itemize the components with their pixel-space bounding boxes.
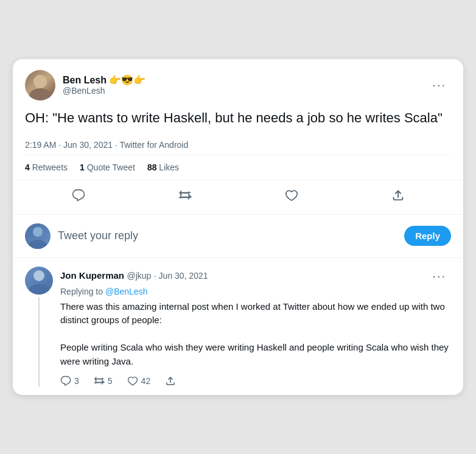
share-action-button[interactable]	[387, 184, 410, 207]
tweet-author-emojis: 👉😎👉	[109, 75, 145, 85]
reply-author-handle: @jkup	[127, 271, 151, 281]
reply-tweet-content: Jon Kuperman @jkup · Jun 30, 2021 ··· Re…	[60, 267, 451, 387]
reply-like-button[interactable]: 42	[127, 375, 151, 386]
reply-share-button[interactable]	[165, 375, 176, 386]
quote-tweet-stat: 1 Quote Tweet	[80, 162, 135, 172]
reply-retweet-button[interactable]: 5	[94, 375, 113, 386]
reply-tweet-header: Jon Kuperman @jkup · Jun 30, 2021 ···	[60, 267, 451, 285]
reply-date: · Jun 30, 2021	[154, 271, 208, 281]
reply-icon	[72, 189, 85, 202]
reply-reply-button[interactable]: 3	[60, 375, 79, 386]
reply-more-options-button[interactable]: ···	[427, 267, 451, 285]
replying-to-link[interactable]: @BenLesh	[105, 287, 147, 296]
reply-tweet-body: There was this amazing internal post whe…	[60, 300, 451, 369]
tweet-author-handle: @BenLesh	[63, 86, 427, 96]
reply-retweet-count: 5	[108, 376, 113, 386]
reply-tweet-left	[25, 267, 53, 387]
tweet-body: OH: "He wants to write Haskell, but he n…	[13, 107, 463, 135]
reply-input[interactable]: Tweet your reply	[58, 229, 397, 242]
retweet-action-button[interactable]	[173, 184, 197, 207]
retweet-stat: 4 Retweets	[25, 162, 68, 172]
reply-tweet-actions: 3 5 42	[60, 375, 451, 386]
reply-author-info: Jon Kuperman @jkup · Jun 30, 2021	[60, 270, 208, 281]
thread-line	[38, 297, 40, 387]
reply-compose-box: Tweet your reply Reply	[13, 215, 463, 258]
tweet-stats: 4 Retweets 1 Quote Tweet 88 Likes	[13, 155, 463, 180]
replying-to-label: Replying to @BenLesh	[60, 287, 451, 296]
reply-reply-count: 3	[74, 376, 79, 386]
like-action-button[interactable]	[280, 184, 303, 207]
tweet-card: Ben Lesh 👉😎👉 @BenLesh ··· OH: "He wants …	[13, 59, 463, 395]
retweet-icon	[178, 189, 192, 202]
like-icon	[285, 189, 298, 202]
more-options-button[interactable]: ···	[427, 75, 451, 94]
current-user-avatar	[25, 223, 51, 249]
likes-stat: 88 Likes	[147, 162, 179, 172]
reply-author-name: Jon Kuperman	[60, 270, 124, 281]
share-icon	[391, 189, 405, 202]
reply-action-button[interactable]	[67, 184, 90, 207]
reply-tweet-0: Jon Kuperman @jkup · Jun 30, 2021 ··· Re…	[13, 258, 463, 396]
tweet-header: Ben Lesh 👉😎👉 @BenLesh ···	[13, 59, 463, 107]
tweet-author-info: Ben Lesh 👉😎👉 @BenLesh	[63, 74, 427, 96]
reply-like-count: 42	[141, 376, 151, 386]
reply-author-avatar	[25, 267, 53, 295]
reply-submit-button[interactable]: Reply	[404, 226, 451, 246]
tweet-author-name: Ben Lesh 👉😎👉	[63, 74, 427, 86]
tweet-actions	[13, 180, 463, 215]
tweet-timestamp: 2:19 AM · Jun 30, 2021 · Twitter for And…	[13, 135, 463, 155]
tweet-author-avatar	[25, 70, 55, 100]
